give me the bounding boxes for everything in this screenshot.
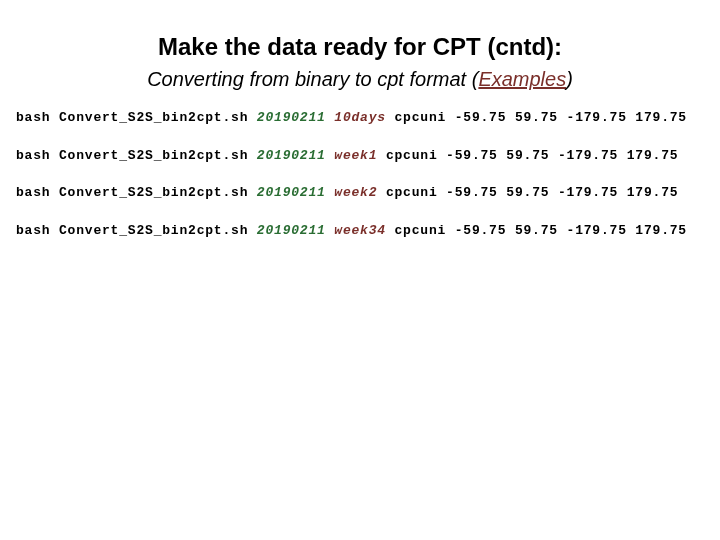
command-rest: cpcuni -59.75 59.75 -179.75 179.75: [395, 223, 687, 238]
command-range: week34: [334, 223, 386, 238]
command-range: week1: [334, 148, 377, 163]
command-script: Convert_S2S_bin2cpt.sh: [59, 223, 248, 238]
command-bash: bash: [16, 110, 50, 125]
command-line: bash Convert_S2S_bin2cpt.sh 20190211 wee…: [16, 185, 706, 201]
command-range: week2: [334, 185, 377, 200]
command-line: bash Convert_S2S_bin2cpt.sh 20190211 10d…: [16, 110, 706, 126]
subtitle-suffix: ): [566, 68, 573, 90]
page-title: Make the data ready for CPT (cntd):: [14, 26, 706, 62]
command-date: 20190211: [257, 148, 326, 163]
command-script: Convert_S2S_bin2cpt.sh: [59, 110, 248, 125]
command-bash: bash: [16, 148, 50, 163]
title-block: Make the data ready for CPT (cntd): Conv…: [14, 26, 706, 92]
command-script: Convert_S2S_bin2cpt.sh: [59, 185, 248, 200]
command-rest: cpcuni -59.75 59.75 -179.75 179.75: [386, 148, 678, 163]
subtitle-examples: Examples: [478, 68, 566, 90]
subtitle-prefix: Converting from binary to cpt format (: [147, 68, 478, 90]
command-rest: cpcuni -59.75 59.75 -179.75 179.75: [386, 185, 678, 200]
page-subtitle: Converting from binary to cpt format (Ex…: [14, 66, 706, 92]
command-list: bash Convert_S2S_bin2cpt.sh 20190211 10d…: [14, 110, 706, 238]
slide: Make the data ready for CPT (cntd): Conv…: [0, 0, 720, 540]
command-line: bash Convert_S2S_bin2cpt.sh 20190211 wee…: [16, 223, 706, 239]
command-range: 10days: [334, 110, 386, 125]
command-rest: cpcuni -59.75 59.75 -179.75 179.75: [395, 110, 687, 125]
command-bash: bash: [16, 185, 50, 200]
command-date: 20190211: [257, 223, 326, 238]
command-bash: bash: [16, 223, 50, 238]
command-date: 20190211: [257, 110, 326, 125]
command-date: 20190211: [257, 185, 326, 200]
command-script: Convert_S2S_bin2cpt.sh: [59, 148, 248, 163]
command-line: bash Convert_S2S_bin2cpt.sh 20190211 wee…: [16, 148, 706, 164]
